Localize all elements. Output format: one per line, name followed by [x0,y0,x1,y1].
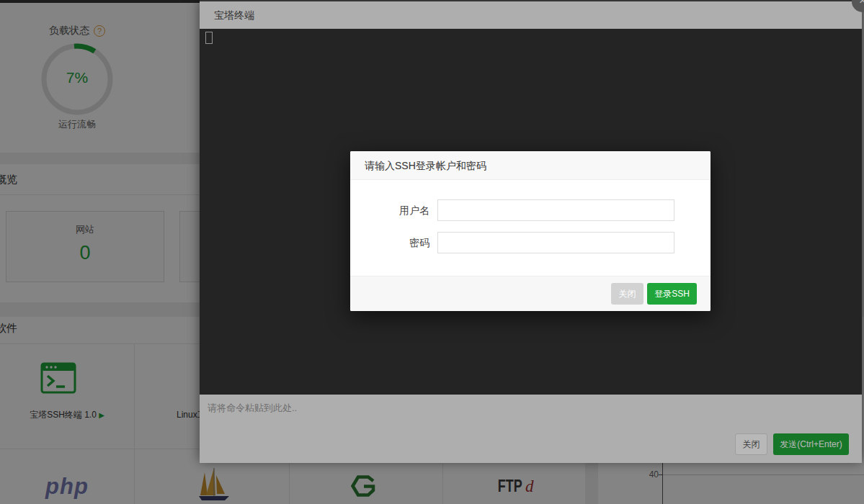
dialog-title: 请输入SSH登录帐户和密码 [350,151,711,180]
username-input[interactable] [437,199,674,221]
dialog-footer: 关闭 登录SSH [350,276,711,311]
password-input[interactable] [437,232,674,253]
username-label: 用户名 [350,199,429,221]
password-label: 密码 [350,232,429,253]
ssh-login-dialog: 请输入SSH登录帐户和密码 用户名 密码 关闭 登录SSH [350,151,711,311]
dialog-close-button[interactable]: 关闭 [611,283,643,305]
login-ssh-button[interactable]: 登录SSH [647,283,697,305]
